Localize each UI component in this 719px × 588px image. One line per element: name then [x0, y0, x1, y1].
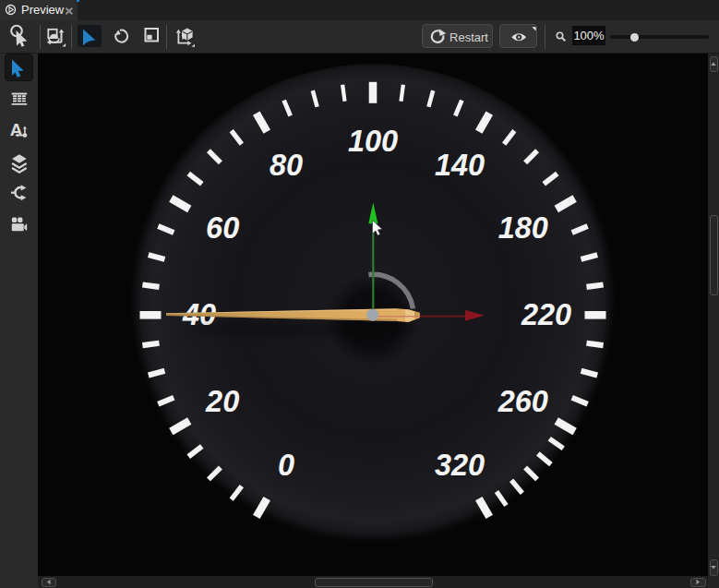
svg-text:60: 60: [206, 211, 239, 245]
svg-text:Restart: Restart: [449, 30, 488, 44]
svg-text:140: 140: [435, 149, 485, 182]
svg-text:180: 180: [498, 211, 548, 245]
svg-text:220: 220: [521, 298, 571, 331]
svg-text:20: 20: [205, 385, 239, 418]
svg-text:320: 320: [435, 449, 485, 482]
svg-text:0: 0: [278, 449, 294, 482]
svg-text:100: 100: [348, 125, 398, 158]
svg-text:80: 80: [270, 149, 303, 182]
svg-text:260: 260: [497, 385, 548, 418]
